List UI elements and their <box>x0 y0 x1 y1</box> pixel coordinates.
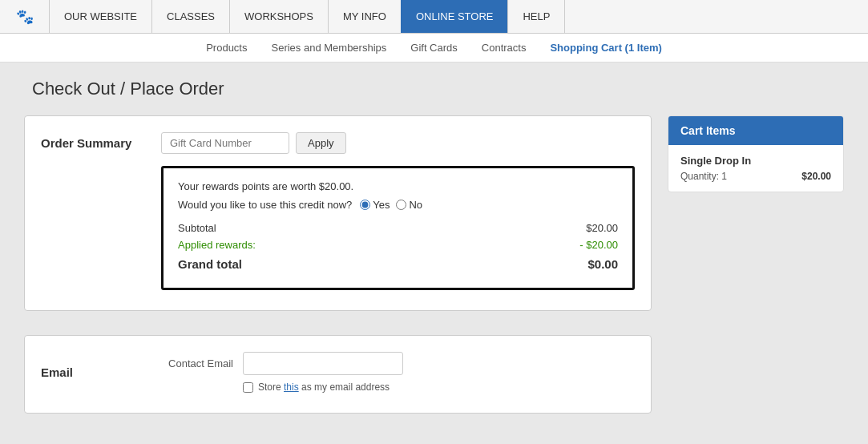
order-summary-card: Order Summary Apply Your rewards points … <box>41 132 635 290</box>
nav-item-workshops[interactable]: WORKSHOPS <box>229 0 329 33</box>
left-panel: Order Summary Apply Your rewards points … <box>24 115 652 444</box>
nav-item-online-store[interactable]: ONLINE STORE <box>401 0 509 33</box>
nav-item-classes[interactable]: CLASSES <box>151 0 230 33</box>
nav-item-help[interactable]: HELP <box>507 0 565 33</box>
order-summary-label: Order Summary <box>41 136 145 150</box>
store-email-text: Store this as my email address <box>258 381 390 393</box>
order-summary-content: Apply Your rewards points are worth $20.… <box>161 132 635 290</box>
subnav-contracts[interactable]: Contracts <box>482 42 527 54</box>
applied-rewards-row: Applied rewards: - $20.00 <box>178 239 618 251</box>
apply-button[interactable]: Apply <box>296 132 346 154</box>
contact-email-label: Contact Email <box>161 357 233 369</box>
subnav-shopping-cart[interactable]: Shopping Cart (1 Item) <box>550 42 661 54</box>
subnav-series-memberships[interactable]: Series and Memberships <box>271 42 386 54</box>
radio-group: Yes No <box>360 199 422 211</box>
applied-value: - $20.00 <box>579 239 618 251</box>
order-summary-wrapper: Order Summary Apply Your rewards points … <box>24 115 652 311</box>
page-title: Check Out / Place Order <box>32 79 844 99</box>
radio-yes-label: Yes <box>373 199 390 211</box>
radio-no-input[interactable] <box>396 200 406 210</box>
rewards-question-row: Would you like to use this credit now? Y… <box>178 199 618 211</box>
main-layout: Order Summary Apply Your rewards points … <box>24 115 844 444</box>
applied-label: Applied rewards: <box>178 239 256 251</box>
email-section-label: Email <box>41 365 145 379</box>
radio-yes[interactable]: Yes <box>360 199 390 211</box>
email-row: Contact Email <box>161 352 635 375</box>
email-card: Email Contact Email Store this as my ema… <box>41 352 635 393</box>
cart-header: Cart Items <box>668 116 843 145</box>
gift-card-input[interactable] <box>161 132 289 154</box>
top-nav-items: OUR WEBSITE CLASSES WORKSHOPS MY INFO ON… <box>50 0 565 33</box>
logo: 🐾 <box>16 8 34 26</box>
radio-no[interactable]: No <box>396 199 422 211</box>
rewards-message: Your rewards points are worth $20.00. <box>178 180 618 192</box>
grand-total-value: $0.00 <box>587 257 618 271</box>
email-fields: Contact Email Store this as my email add… <box>161 352 635 393</box>
email-wrapper: Email Contact Email Store this as my ema… <box>24 335 652 414</box>
store-email-checkbox[interactable] <box>243 382 253 393</box>
gift-card-row: Apply <box>161 132 635 154</box>
cart-item-price: $20.00 <box>801 171 831 182</box>
cart-body: Single Drop In Quantity: 1 $20.00 <box>668 145 843 192</box>
contact-email-input[interactable] <box>243 352 403 375</box>
nav-item-our-website[interactable]: OUR WEBSITE <box>49 0 152 33</box>
cart-item-row: Quantity: 1 $20.00 <box>680 171 831 182</box>
subtotal-value: $20.00 <box>586 222 618 234</box>
grand-total-label: Grand total <box>178 257 242 271</box>
cart-card: Cart Items Single Drop In Quantity: 1 $2… <box>668 115 844 192</box>
subnav-products[interactable]: Products <box>206 42 247 54</box>
subnav-gift-cards[interactable]: Gift Cards <box>410 42 458 54</box>
top-navigation: 🐾 OUR WEBSITE CLASSES WORKSHOPS MY INFO … <box>0 0 868 34</box>
store-email-link[interactable]: this <box>284 381 299 393</box>
cart-item-name: Single Drop In <box>680 155 831 167</box>
rewards-box: Your rewards points are worth $20.00. Wo… <box>161 166 635 290</box>
right-panel: Cart Items Single Drop In Quantity: 1 $2… <box>668 115 844 192</box>
subtotal-label: Subtotal <box>178 222 216 234</box>
grand-total-row: Grand total $0.00 <box>178 257 618 271</box>
cart-quantity: Quantity: 1 <box>680 171 727 182</box>
radio-no-label: No <box>409 199 422 211</box>
store-email-row: Store this as my email address <box>243 381 635 393</box>
radio-yes-input[interactable] <box>360 200 370 210</box>
page-content: Check Out / Place Order Order Summary Ap… <box>0 63 868 444</box>
nav-item-my-info[interactable]: MY INFO <box>328 0 402 33</box>
subtotal-row: Subtotal $20.00 <box>178 222 618 234</box>
sub-navigation: Products Series and Memberships Gift Car… <box>0 34 868 63</box>
rewards-question-text: Would you like to use this credit now? <box>178 199 352 211</box>
